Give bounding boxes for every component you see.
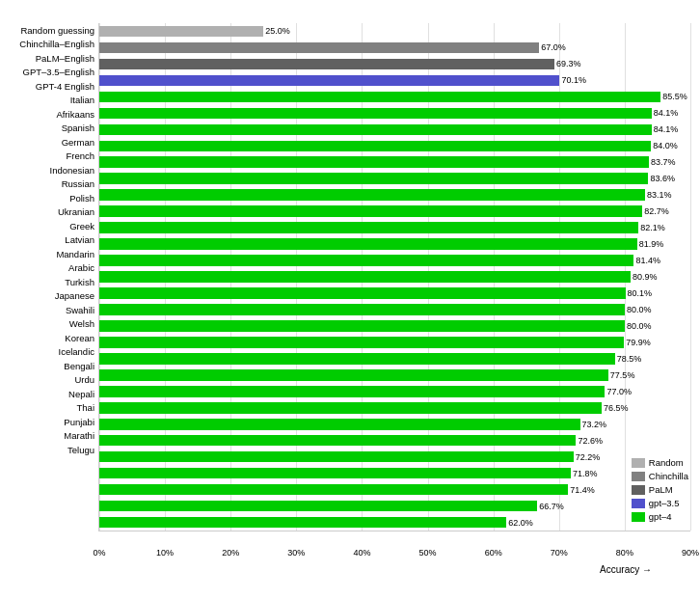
bar: 77.0%	[99, 386, 605, 397]
y-label: Latvian	[10, 233, 98, 248]
legend-item: gpt–3.5	[632, 498, 688, 508]
bar-row: 83.7%	[99, 154, 690, 171]
bars-container: 25.0%67.0%69.3%70.1%85.5%84.1%84.1%84.0%…	[99, 23, 690, 531]
legend-item: Chinchilla	[632, 471, 688, 481]
bar: 83.7%	[99, 156, 649, 168]
legend-item: PaLM	[632, 484, 688, 495]
bar: 80.0%	[99, 304, 625, 315]
bar-value-label: 80.0%	[627, 321, 652, 331]
bar: 70.1%	[99, 75, 559, 87]
bar-row: 76.5%	[99, 399, 690, 416]
bar-row: 78.5%	[99, 350, 690, 367]
bar-row: 84.1%	[99, 105, 690, 122]
y-axis: Random guessingChinchilla–EnglishPaLM–En…	[10, 23, 98, 531]
bar-value-label: 80.9%	[633, 272, 658, 282]
bar-value-label: 81.4%	[635, 256, 660, 265]
y-label: Thai	[10, 401, 98, 416]
bar-value-label: 25.0%	[265, 26, 290, 36]
legend-label: gpt–4	[649, 511, 672, 522]
y-label: Spanish	[10, 122, 98, 136]
bar: 84.1%	[99, 124, 652, 136]
x-tick-label: 20%	[222, 548, 239, 558]
bar-value-label: 71.4%	[570, 485, 595, 495]
bar-value-label: 80.0%	[627, 305, 652, 314]
bar-value-label: 72.6%	[578, 436, 603, 446]
bar-row: 70.1%	[99, 72, 690, 89]
bar-value-label: 71.8%	[573, 469, 598, 478]
bar: 72.2%	[99, 451, 574, 463]
y-label: Turkish	[10, 275, 98, 289]
y-label: French	[10, 150, 98, 164]
y-label: Punjabi	[10, 415, 98, 429]
bar-value-label: 84.0%	[653, 141, 678, 150]
x-tick-label: 30%	[287, 548, 305, 558]
bar: 80.9%	[99, 271, 631, 283]
legend-item: Random	[632, 457, 688, 468]
x-tick-label: 90%	[682, 548, 699, 558]
bar-value-label: 76.5%	[604, 403, 629, 413]
y-label: German	[10, 135, 98, 150]
legend: RandomChinchillaPaLMgpt–3.5gpt–4	[632, 457, 688, 522]
bar-row: 84.1%	[99, 122, 690, 138]
y-label: Ukranian	[10, 205, 98, 220]
x-axis-label: Accuracy →	[600, 564, 652, 575]
legend-color-box	[632, 485, 645, 495]
legend-label: PaLM	[649, 484, 673, 495]
y-label: Polish	[10, 191, 98, 205]
y-label: Japanese	[10, 289, 98, 304]
y-label: Mandarin	[10, 247, 98, 261]
x-tick-label: 0%	[93, 548, 105, 558]
bar: 67.0%	[99, 42, 539, 54]
y-label: Korean	[10, 331, 98, 345]
legend-color-box	[632, 472, 645, 481]
bar-row: 83.6%	[99, 171, 690, 187]
bar-row: 80.0%	[99, 301, 690, 317]
legend-color-box	[632, 458, 645, 468]
bar-row: 71.4%	[99, 481, 690, 498]
y-label: Marathi	[10, 429, 98, 444]
bar-row: 77.0%	[99, 383, 690, 399]
bar-row: 25.0%	[99, 23, 690, 40]
bar-row: 82.1%	[99, 220, 690, 236]
bar-value-label: 83.6%	[650, 174, 675, 183]
bar: 66.7%	[99, 501, 537, 512]
bar-row: 69.3%	[99, 56, 690, 72]
bar: 72.6%	[99, 435, 576, 447]
y-label: Bengali	[10, 359, 98, 373]
bar: 85.5%	[99, 92, 660, 103]
y-label: Indonesian	[10, 163, 98, 177]
legend-color-box	[632, 512, 645, 522]
bar: 84.1%	[99, 108, 652, 120]
bar-row: 62.0%	[99, 514, 690, 531]
x-tick-label: 60%	[485, 548, 502, 558]
legend-item: gpt–4	[632, 511, 688, 522]
bar-row: 72.2%	[99, 449, 690, 465]
bar-value-label: 84.1%	[654, 108, 679, 118]
bar-value-label: 69.3%	[556, 59, 581, 68]
bar: 25.0%	[99, 26, 263, 38]
bar-row: 83.1%	[99, 187, 690, 204]
bar-value-label: 80.1%	[628, 288, 653, 298]
y-label: Italian	[10, 94, 98, 108]
bar: 83.1%	[99, 189, 645, 201]
y-label: Swahili	[10, 303, 98, 317]
bar-value-label: 79.9%	[626, 338, 651, 347]
bar: 79.9%	[99, 337, 624, 348]
bar-row: 85.5%	[99, 89, 690, 105]
bar-value-label: 82.1%	[640, 223, 665, 232]
bar-row: 79.9%	[99, 334, 690, 350]
bar: 82.1%	[99, 222, 638, 233]
bar-value-label: 84.1%	[654, 124, 679, 134]
bar: 80.1%	[99, 287, 626, 299]
bar-value-label: 77.0%	[606, 387, 632, 396]
bar-value-label: 83.1%	[647, 190, 672, 200]
bar: 62.0%	[99, 517, 506, 529]
bar: 83.6%	[99, 173, 648, 184]
bar-row: 80.9%	[99, 269, 690, 286]
y-label: Arabic	[10, 261, 98, 276]
bar-row: 73.2%	[99, 416, 690, 432]
bar-row: 66.7%	[99, 498, 690, 514]
bar: 76.5%	[99, 402, 602, 414]
chart-container: Random guessingChinchilla–EnglishPaLM–En…	[0, 0, 700, 599]
bar-row: 82.7%	[99, 204, 690, 220]
